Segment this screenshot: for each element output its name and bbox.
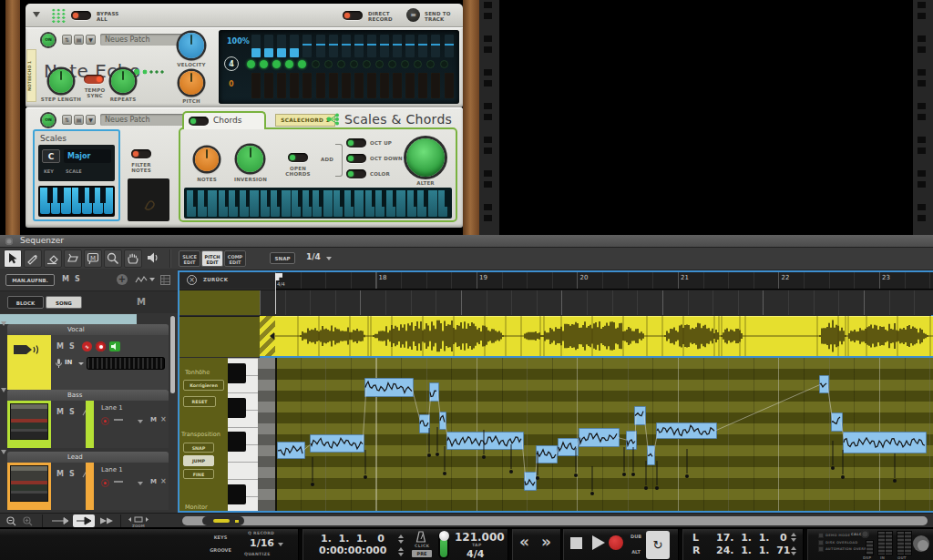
loop-right-spin-down[interactable] [791,552,796,555]
repeat-dot[interactable] [312,60,320,68]
velocity-bar-slot[interactable] [418,35,427,57]
pitch-bar-slot[interactable] [431,73,440,98]
velocity-step-dash[interactable] [329,44,338,46]
snap-button[interactable]: SNAP [270,252,295,264]
ruler-bar-label[interactable]: 19 [479,274,487,281]
play-button[interactable] [592,535,605,550]
piano-black-key[interactable] [228,363,246,383]
patch-save-button[interactable]: ▼ [86,115,96,125]
pitch-note[interactable] [626,431,637,450]
clip-start-handle[interactable] [260,316,275,356]
pitch-note[interactable] [419,414,430,433]
rewind-button[interactable]: « [519,533,529,551]
oct-down-toggle[interactable] [346,154,366,163]
velocity-step-dash[interactable] [316,44,325,46]
alter-button[interactable] [406,138,445,177]
scale-black-key[interactable] [47,188,54,203]
automation-dropdown-icon[interactable] [149,278,155,281]
repeat-dot[interactable] [440,60,448,68]
repeat-dot[interactable] [401,60,409,68]
pitch-bar-slot[interactable] [342,73,351,98]
follow-page-button[interactable] [73,514,95,527]
slice-edit-button[interactable]: SLICE EDIT [179,250,200,267]
pitch-bar-slot[interactable] [277,73,286,98]
automation-icon[interactable] [135,275,148,284]
snap-dropdown-icon[interactable] [326,257,332,260]
pitch-bar-slot[interactable] [380,73,389,98]
groove-button[interactable]: GROOVE [199,545,242,555]
pitch-bar-slot[interactable] [316,73,325,98]
time-spin-down[interactable] [398,553,404,556]
song-position-time[interactable]: 0:00:00:000 [319,545,386,556]
h-scrollbar-handle[interactable] [202,516,244,525]
pitch-bar-slot[interactable] [393,73,402,98]
chord-key[interactable] [282,190,291,217]
velocity-bar-slot[interactable] [431,35,440,57]
forward-button[interactable]: » [541,533,551,551]
time-signature-value[interactable]: 4/4 [466,548,484,560]
track-solo-button[interactable]: S [69,342,75,351]
transpose-fine-button[interactable]: FINE [183,469,214,479]
velocity-step-on[interactable] [277,48,286,57]
piano-black-key[interactable] [228,432,246,452]
pitch-bar-slot[interactable] [367,73,376,98]
window-collapse-icon[interactable] [5,238,13,245]
pitch-note[interactable] [819,375,829,393]
patch-browse-button[interactable]: ▤ [74,35,84,45]
track-solo-button[interactable]: S [69,470,75,478]
pitch-note[interactable] [536,445,558,463]
repeat-dot[interactable] [350,60,358,68]
scales-chords-patch-name[interactable]: Neues Patch [100,114,185,126]
magnify-tool[interactable] [104,249,122,268]
lane-dropdown-icon[interactable] [138,420,143,423]
velocity-knob[interactable] [179,33,204,58]
velocity-step-dash[interactable] [445,44,454,46]
repeat-dot[interactable] [363,60,371,68]
repeat-dot[interactable] [285,60,293,68]
repeat-dot[interactable] [247,60,255,68]
send-to-track-icon[interactable]: ≡ [406,8,420,22]
tracklist-scrollbar[interactable] [170,316,175,393]
velocity-bar-slot[interactable] [367,35,376,57]
track-collapse-icon[interactable] [1,388,6,392]
repeat-dot[interactable] [298,60,306,68]
pitch-note[interactable] [647,445,655,465]
velocity-bar-slot[interactable] [329,35,338,57]
velocity-step-dash[interactable] [380,44,389,46]
dub-button[interactable]: DUB [628,532,644,541]
pitch-bar-slot[interactable] [264,73,273,98]
open-chords-toggle[interactable] [288,153,308,162]
transpose-snap-button[interactable]: SNAP [183,443,214,453]
add-track-icon[interactable]: + [117,274,128,285]
repeat-dot[interactable] [426,60,435,68]
patch-prev-next-button[interactable]: ⇅ [62,115,72,125]
scale-black-key[interactable] [78,188,85,203]
track-collapse-icon[interactable] [1,321,6,326]
scale-black-key[interactable] [57,188,64,203]
pitch-bar-slot[interactable] [418,73,427,98]
velocity-step-dash[interactable] [405,44,415,46]
chord-key[interactable] [208,190,217,217]
patch-prev-next-button[interactable]: ⇅ [62,35,72,45]
stop-button[interactable] [570,537,582,549]
patch-save-button[interactable]: ▼ [86,35,96,45]
automation-reset-icon[interactable]: ∿ [82,341,92,351]
time-spin-up[interactable] [398,547,404,551]
hand-tool[interactable] [124,249,142,268]
input-select[interactable]: IN [65,359,72,366]
ruler-bar-label[interactable]: 20 [580,274,589,281]
mute-tool[interactable]: M [84,249,102,268]
pitch-correct-button[interactable]: Korrigieren [183,380,224,391]
oct-up-toggle[interactable] [346,138,366,148]
pitch-note[interactable] [310,434,364,453]
ruler-bar-label[interactable]: 21 [681,274,689,281]
piano-black-key[interactable] [228,484,246,504]
repeats-knob[interactable] [111,69,135,93]
velocity-step-on[interactable] [290,48,299,57]
pitch-grid[interactable] [275,358,933,511]
track-collapse-icon[interactable] [1,450,6,454]
song-position-bars[interactable]: 1. 1. 1. 0 [321,533,384,545]
record-enable-button[interactable] [96,341,106,351]
pitch-note[interactable] [656,423,717,439]
fold-arrow-icon[interactable] [33,12,40,17]
